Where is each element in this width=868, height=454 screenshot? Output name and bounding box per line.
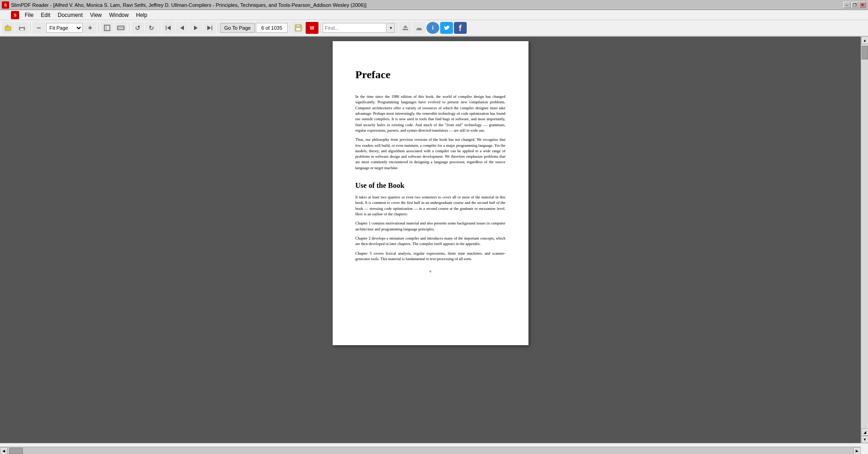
pdf-container[interactable]: Preface In the time since the 1986 editi… <box>0 37 861 443</box>
scroll-up-arrow[interactable]: ▲ <box>861 37 868 44</box>
zoom-out-button[interactable]: – <box>32 22 45 34</box>
separator-2 <box>98 22 99 33</box>
separator-7 <box>320 22 321 33</box>
scroll-track-vertical[interactable] <box>861 44 868 428</box>
svg-marker-13 <box>180 26 184 30</box>
svg-marker-14 <box>194 26 198 30</box>
separator-4 <box>160 22 160 33</box>
menu-bar: S File Edit Document View Window Help <box>0 10 868 20</box>
title-bar-controls: – ❐ ✕ <box>843 2 866 8</box>
upload-button[interactable] <box>399 22 412 34</box>
fit-width-button[interactable] <box>114 22 127 34</box>
title-bar: S SlimPDF Reader - [Alfred V. Aho, Monic… <box>0 0 868 10</box>
last-page-button[interactable] <box>203 22 216 34</box>
preface-title: Preface <box>356 69 506 81</box>
separator-3 <box>129 22 129 33</box>
pdf-page: Preface In the time since the 1986 editi… <box>333 41 528 345</box>
facebook-button[interactable] <box>454 22 467 34</box>
svg-rect-5 <box>104 25 110 31</box>
svg-rect-20 <box>403 29 408 30</box>
goto-page-button[interactable]: Go To Page <box>220 23 255 33</box>
pdf-paragraph-6: Chapter 3 covers lexical analysis, regul… <box>356 251 506 262</box>
menu-view[interactable]: View <box>86 11 106 19</box>
menu-file[interactable]: File <box>21 11 37 19</box>
pdf-paragraph-4: Chapter 1 contains motivational material… <box>356 220 506 232</box>
pdf-paragraph-1: In the time since the 1986 edition of th… <box>356 94 506 133</box>
main-area: Preface In the time since the 1986 editi… <box>0 37 868 443</box>
scroll-thumb-vertical[interactable] <box>862 46 868 59</box>
app-icon: S <box>2 1 9 9</box>
page-number-input[interactable]: 6 of 1035 <box>256 23 288 33</box>
scroll-resize-corner[interactable]: ◢ <box>861 428 868 436</box>
svg-marker-10 <box>123 27 124 28</box>
menu-help[interactable]: Help <box>132 11 151 19</box>
twitter-button[interactable] <box>440 22 453 34</box>
find-dropdown-button[interactable]: ▾ <box>388 23 395 33</box>
pdf-paragraph-3: It takes at least two quarters or even t… <box>356 194 506 217</box>
svg-marker-1 <box>5 25 8 27</box>
acrobat-button[interactable]: W <box>306 22 318 34</box>
close-button[interactable]: ✕ <box>859 2 866 8</box>
svg-rect-4 <box>20 25 24 27</box>
separator-5 <box>218 22 218 33</box>
separator-6 <box>290 22 290 33</box>
svg-rect-3 <box>20 28 24 30</box>
find-input[interactable] <box>323 23 387 33</box>
page-number-label: v <box>356 269 506 273</box>
rotate-ccw-button[interactable]: ↺ <box>131 22 144 34</box>
info-button[interactable]: i <box>426 22 439 34</box>
open-button[interactable] <box>2 22 15 34</box>
scroll-thumb-horizontal[interactable] <box>9 448 23 454</box>
scrollbar-vertical[interactable]: ▲ ◢ ▼ <box>861 37 868 443</box>
pdf-paragraph-2: Thus, our philosophy from previous versi… <box>356 137 506 171</box>
svg-marker-21 <box>403 25 408 28</box>
svg-marker-9 <box>118 27 119 28</box>
scrollbar-horizontal[interactable]: ◀ ▶ <box>0 447 861 454</box>
pdf-paragraph-5: Chapter 2 develops a miniature compiler … <box>356 235 506 247</box>
separator-8 <box>397 22 397 33</box>
zoom-dropdown[interactable]: Fit Page Fit Width 50% 75% 100% 150% 200… <box>46 23 83 33</box>
scroll-track-horizontal[interactable] <box>7 447 853 454</box>
window-title: SlimPDF Reader - [Alfred V. Aho, Monica … <box>11 2 367 8</box>
save-button[interactable] <box>292 22 305 34</box>
prev-page-button[interactable] <box>176 22 189 34</box>
menu-edit[interactable]: Edit <box>37 11 54 19</box>
svg-rect-19 <box>296 28 301 31</box>
restore-button[interactable]: ❐ <box>851 2 858 8</box>
menu-document[interactable]: Document <box>54 11 86 19</box>
print-button[interactable] <box>16 22 28 34</box>
separator-1 <box>30 22 31 33</box>
download-button[interactable] <box>413 22 426 34</box>
scroll-right-arrow[interactable]: ▶ <box>853 447 861 454</box>
zoom-in-button[interactable]: + <box>84 22 97 34</box>
svg-rect-18 <box>297 25 300 27</box>
toolbar: – Fit Page Fit Width 50% 75% 100% 150% 2… <box>0 20 868 37</box>
title-bar-left: S SlimPDF Reader - [Alfred V. Aho, Monic… <box>2 1 367 9</box>
first-page-button[interactable] <box>162 22 175 34</box>
next-page-button[interactable] <box>189 22 202 34</box>
section-use-title: Use of the Book <box>356 182 506 190</box>
fit-page-button[interactable] <box>101 22 113 34</box>
minimize-button[interactable]: – <box>843 2 851 8</box>
scroll-down-arrow[interactable]: ▼ <box>861 436 868 443</box>
scroll-left-arrow[interactable]: ◀ <box>0 447 7 454</box>
svg-marker-16 <box>207 26 211 30</box>
menu-window[interactable]: Window <box>106 11 133 19</box>
app-logo: S <box>11 11 19 19</box>
svg-marker-12 <box>167 26 171 30</box>
rotate-cw-button[interactable]: ↻ <box>145 22 158 34</box>
